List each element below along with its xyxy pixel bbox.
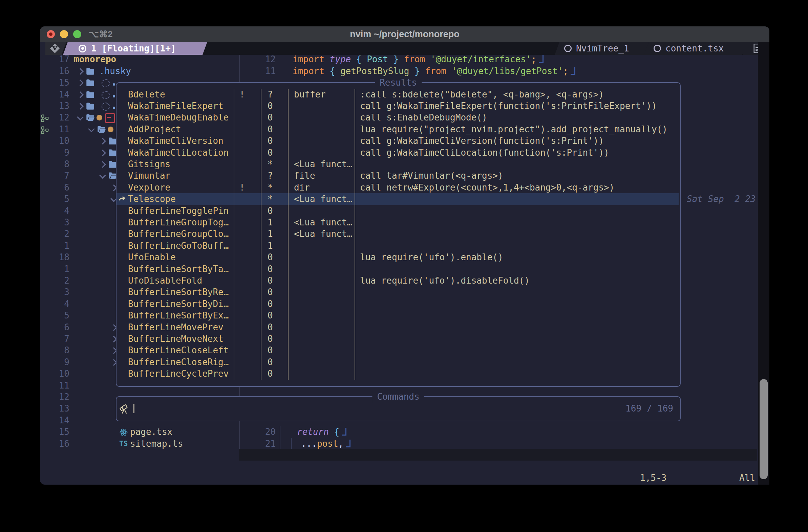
code-line[interactable]: 20return { [237, 426, 757, 438]
result-definition: lua require('ufo').disableFold() [360, 275, 530, 287]
tree-line-number: 11 [41, 380, 69, 392]
result-count: 0 [268, 344, 273, 356]
result-count: 0 [268, 124, 273, 135]
cmdline-scroll-indicator: All [721, 472, 755, 484]
result-bang: ! [239, 89, 245, 100]
result-name: UfoEnable [128, 251, 176, 263]
result-count: 0 [268, 112, 273, 124]
result-count: 0 [268, 100, 273, 112]
prompt-title: Commands [372, 391, 424, 403]
selected-row-highlight [116, 193, 679, 205]
tree-line-number: 15 [41, 426, 69, 438]
result-definition: call tar#Vimuntar(<q-args>) [360, 170, 503, 182]
result-name: Telescope [128, 193, 176, 205]
tree-item-label: monorepo [74, 54, 116, 65]
telescope-icon [119, 403, 130, 414]
typescript-icon: TS [119, 438, 128, 450]
result-count: 0 [268, 286, 273, 298]
result-definition: call g:WakaTimeCliVersion(function('s:Pr… [360, 135, 604, 147]
result-count: 0 [268, 275, 273, 287]
result-count: ? [268, 89, 273, 100]
result-count: 1 [268, 240, 273, 252]
tree-row[interactable]: 15page.tsx [0, 426, 239, 438]
tree-line-number: 17 [41, 54, 69, 65]
code-text: import { getPostBySlug } from '@duyet/li… [293, 65, 575, 77]
result-name: BufferLineTogglePin [128, 205, 228, 217]
git-sign-icon [41, 113, 49, 125]
tab-active-floating[interactable]: 1 [Floating][1+] [63, 42, 207, 55]
tree-item-label: page.tsx [130, 426, 172, 438]
code-text: ...post, [301, 438, 350, 450]
circle-icon [564, 45, 572, 52]
result-count: 0 [268, 263, 273, 275]
result-name: BufferLineCloseLeft [128, 344, 228, 356]
result-name: Vexplore [128, 182, 170, 194]
tree-row[interactable]: 17monorepo [0, 54, 239, 65]
scrollbar-thumb[interactable] [759, 379, 768, 479]
result-name: UfoDisableFold [128, 275, 202, 287]
result-name: Vimuntar [128, 170, 170, 182]
chevron-right-icon[interactable] [77, 79, 84, 86]
result-definition: lua require('ufo').enable() [360, 251, 503, 263]
result-name: BufferLineCloseRig… [128, 356, 228, 368]
tab-active-label: 1 [Floating][1+] [91, 43, 176, 54]
vim-logo-icon [45, 42, 67, 55]
result-count: 0 [268, 251, 273, 263]
result-count: 0 [268, 333, 273, 345]
tree-row[interactable]: 16.husky [0, 65, 239, 77]
result-count: 1 [268, 228, 273, 240]
code-line[interactable]: 12import type { Post } from '@duyet/inte… [237, 54, 757, 65]
result-name: Gitsigns [128, 158, 170, 170]
result-bang: ! [239, 182, 245, 194]
chevron-right-icon[interactable] [77, 68, 84, 75]
code-line[interactable]: 21...post, [237, 438, 757, 450]
tree-line-number: 13 [41, 403, 69, 415]
code-line-number: 21 [237, 438, 276, 450]
code-text: return { [297, 426, 346, 438]
result-count: * [268, 193, 273, 205]
result-definition: call g:WakaTimeFileExpert(function('s:Pr… [360, 100, 657, 112]
statusline [239, 449, 757, 461]
result-count: 0 [268, 356, 273, 368]
result-name: BufferLineCyclePrev [128, 368, 228, 380]
eol-icon [539, 55, 544, 63]
result-name: BufferLineSortByDi… [128, 298, 228, 310]
tree-row[interactable]: 16TSsitemap.ts [0, 438, 239, 450]
result-name: BufferLineGoToBuff… [128, 240, 228, 252]
result-definition: call g:WakaTimeCliLocation(function('s:P… [360, 147, 609, 159]
result-name: AddProject [128, 124, 181, 135]
tab-nvimtree[interactable]: NvimTree_1 [555, 42, 653, 55]
result-definition: call s:EnableDebugMode() [360, 112, 487, 124]
result-count: 0 [268, 368, 273, 380]
result-type: buffer [294, 89, 326, 100]
result-name: WakaTimeCliLocation [128, 147, 228, 159]
circle-icon [654, 45, 661, 52]
result-type: dir [294, 182, 310, 194]
code-line-number: 20 [237, 426, 276, 438]
result-count: 1 [268, 216, 273, 228]
tree-line-number: 14 [41, 415, 69, 426]
git-sign-icon [41, 125, 49, 137]
column-separator [288, 89, 289, 380]
prompt-cursor[interactable] [133, 404, 134, 413]
results-title: Results [375, 76, 422, 89]
selection-arrow-icon [118, 195, 127, 205]
tree-line-number: 16 [41, 65, 69, 77]
tabline: 1 [Floating][1+] NvimTree_1 content.tsx [45, 42, 758, 55]
result-count: 0 [268, 205, 273, 217]
result-count: 0 [268, 310, 273, 322]
result-name: BufferLineSortByRe… [128, 286, 228, 298]
column-separator [261, 89, 261, 380]
dot-icon [113, 83, 115, 86]
result-name: BufferLineSortByTa… [128, 263, 228, 275]
column-separator [354, 89, 355, 380]
result-definition: lua require("project_nvim.project").add_… [360, 124, 667, 135]
result-name: BufferLineSortByEx… [128, 310, 228, 322]
tab-nvimtree-label: NvimTree_1 [576, 43, 629, 54]
tree-item-label: .husky [99, 65, 131, 77]
result-count: 0 [268, 135, 273, 147]
tab-content-tsx[interactable]: content.tsx [644, 42, 747, 55]
code-line[interactable]: 11import { getPostBySlug } from '@duyet/… [237, 65, 757, 77]
pending-circle-icon [102, 79, 110, 87]
column-separator [234, 89, 234, 380]
